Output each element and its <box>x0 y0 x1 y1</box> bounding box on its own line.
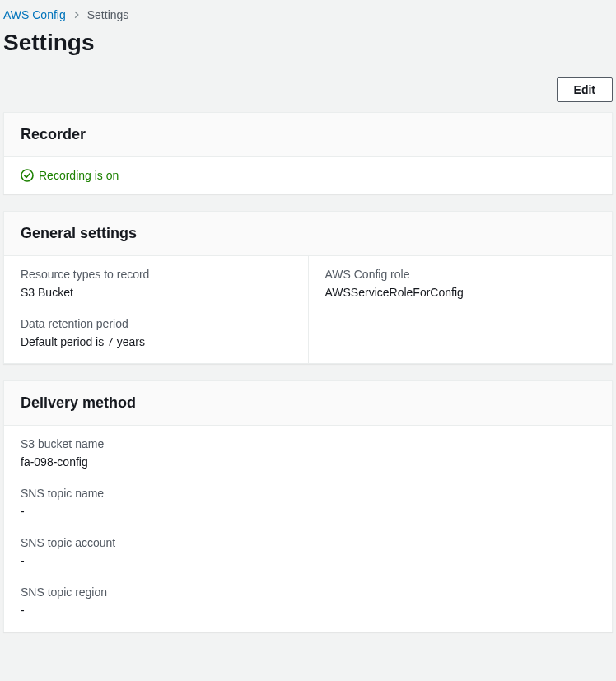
general-settings-col-right: AWS Config role AWSServiceRoleForConfig <box>308 256 613 363</box>
success-check-icon <box>21 169 34 182</box>
edit-button[interactable]: Edit <box>557 77 613 102</box>
sns-topic-account-label: SNS topic account <box>21 536 595 549</box>
general-settings-col-left: Resource types to record S3 Bucket Data … <box>4 256 308 363</box>
sns-topic-name-value: - <box>21 505 595 518</box>
sns-topic-name-field: SNS topic name - <box>21 487 595 518</box>
sns-topic-name-label: SNS topic name <box>21 487 595 500</box>
actions-row: Edit <box>0 71 616 109</box>
sns-topic-region-field: SNS topic region - <box>21 585 595 617</box>
chevron-right-icon <box>72 8 81 21</box>
page-title: Settings <box>0 25 616 71</box>
sns-topic-account-value: - <box>21 554 595 567</box>
resource-types-value: S3 Bucket <box>21 286 292 299</box>
general-settings-header: General settings <box>4 212 612 256</box>
delivery-method-panel: Delivery method S3 bucket name fa-098-co… <box>3 380 613 632</box>
retention-field: Data retention period Default period is … <box>21 317 292 348</box>
recorder-status: Recording is on <box>21 169 595 182</box>
general-settings-heading: General settings <box>21 225 595 242</box>
delivery-method-body: S3 bucket name fa-098-config SNS topic n… <box>4 426 612 632</box>
recorder-status-text: Recording is on <box>39 169 119 182</box>
resource-types-label: Resource types to record <box>21 268 292 281</box>
config-role-field: AWS Config role AWSServiceRoleForConfig <box>325 268 596 299</box>
s3-bucket-label: S3 bucket name <box>21 437 595 450</box>
breadcrumb-root-link[interactable]: AWS Config <box>3 8 66 21</box>
sns-topic-account-field: SNS topic account - <box>21 536 595 567</box>
resource-types-field: Resource types to record S3 Bucket <box>21 268 292 299</box>
config-role-label: AWS Config role <box>325 268 596 281</box>
general-settings-panel: General settings Resource types to recor… <box>3 211 613 364</box>
s3-bucket-field: S3 bucket name fa-098-config <box>21 437 595 469</box>
retention-value: Default period is 7 years <box>21 335 292 348</box>
config-role-value: AWSServiceRoleForConfig <box>325 286 596 299</box>
svg-point-0 <box>21 170 33 181</box>
recorder-panel-body: Recording is on <box>4 157 612 194</box>
delivery-method-header: Delivery method <box>4 381 612 426</box>
sns-topic-region-value: - <box>21 604 595 617</box>
recorder-panel: Recorder Recording is on <box>3 112 613 194</box>
delivery-method-heading: Delivery method <box>21 394 595 412</box>
recorder-heading: Recorder <box>21 126 595 143</box>
general-settings-body: Resource types to record S3 Bucket Data … <box>4 256 612 363</box>
s3-bucket-value: fa-098-config <box>21 455 595 469</box>
recorder-panel-header: Recorder <box>4 113 612 157</box>
breadcrumb: AWS Config Settings <box>0 0 616 25</box>
retention-label: Data retention period <box>21 317 292 330</box>
sns-topic-region-label: SNS topic region <box>21 585 595 599</box>
breadcrumb-current: Settings <box>87 8 129 21</box>
